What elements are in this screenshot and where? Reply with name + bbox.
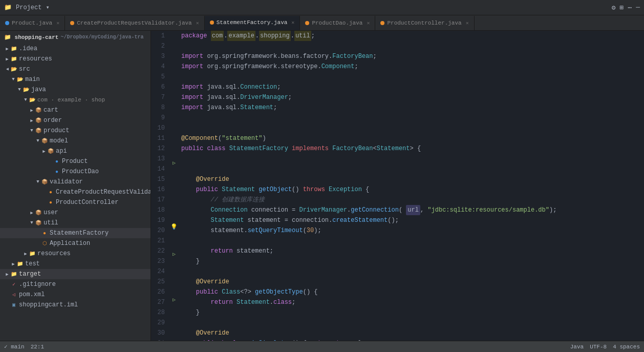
tab-product-dao[interactable]: ProductDao.java ✕: [300, 16, 375, 30]
title-project-label[interactable]: Project: [16, 4, 41, 11]
sidebar-item-create-validator[interactable]: ● CreateProductRequestValida...: [0, 187, 151, 197]
sidebar-label-gitignore: .gitignore: [19, 281, 56, 288]
sidebar-item-api[interactable]: ▶ 📦 api: [0, 146, 151, 156]
line-numbers: 1 2 3 4 5 6 7 8 9 10 11 12 13 14 15 16 1…: [151, 31, 169, 341]
tree-arrow-resources-src: ▶: [23, 251, 29, 257]
sidebar-label-resources-root: resources: [19, 55, 52, 63]
sidebar-item-order[interactable]: ▶ 📦 order: [0, 115, 151, 126]
status-encoding: UTF-8: [590, 344, 607, 350]
tab-close-button[interactable]: ✕: [196, 20, 199, 26]
gutter-11: [169, 122, 179, 131]
code-line-1: package com.example.shopping.util;: [179, 31, 644, 41]
sidebar-item-java[interactable]: ▼ 📂 java: [0, 85, 151, 95]
sidebar-item-product[interactable]: ▼ 📦 product: [0, 126, 151, 136]
sidebar-label-test: test: [25, 260, 40, 267]
gutter-15[interactable]: ▷: [169, 158, 179, 168]
title-dropdown-icon[interactable]: ▾: [46, 4, 49, 11]
status-indent: 4 spaces: [613, 344, 640, 350]
bookmark-icon: ▷: [173, 160, 176, 166]
git-icon: ✓: [10, 281, 17, 288]
sidebar-item-validator[interactable]: ▼ 📦 validator: [0, 177, 151, 187]
sidebar-label-user: user: [44, 209, 58, 216]
sidebar-item-productdao-class[interactable]: ● ProductDao: [0, 167, 151, 177]
tab-close-button[interactable]: ✕: [291, 19, 294, 26]
sidebar-item-src[interactable]: ▼ 📂 src: [0, 64, 151, 74]
tree-arrow-cart: ▶: [29, 108, 35, 113]
code-line-9: [179, 113, 644, 123]
gutter-23: [169, 232, 179, 241]
sidebar-label-cart: cart: [44, 107, 58, 114]
sidebar-item-product-class[interactable]: ● Product: [0, 156, 151, 167]
layout-icon[interactable]: ⊞: [620, 4, 624, 12]
tab-dot: [210, 20, 214, 25]
folder-icon: 📁: [10, 55, 17, 63]
sidebar-label-idea: .idea: [19, 45, 37, 52]
sidebar-item-resources-src[interactable]: ▶ 📁 resources: [0, 249, 151, 259]
code-area[interactable]: package com.example.shopping.util; impor…: [179, 31, 644, 341]
class-icon: ●: [47, 199, 54, 206]
folder-icon: 📂: [29, 96, 36, 103]
sidebar-item-gitignore[interactable]: ✓ .gitignore: [0, 279, 151, 289]
sidebar-label-create-validator: CreateProductRequestValida...: [56, 189, 151, 196]
sidebar-item-cart[interactable]: ▶ 📦 cart: [0, 105, 151, 115]
tab-label: ProductDao.java: [312, 20, 362, 26]
gutter-30[interactable]: ▷: [169, 295, 179, 304]
gutter-4: [169, 58, 179, 67]
sidebar-item-product-controller[interactable]: ● ProductController: [0, 197, 151, 208]
gutter-16: [169, 168, 179, 177]
gutter-8: [169, 95, 179, 104]
folder-blue-icon: 📂: [23, 86, 30, 93]
iml-icon: ▣: [10, 301, 17, 308]
tab-statement-factory[interactable]: StatementFactory.java ✕: [205, 16, 300, 30]
tab-product-java[interactable]: Product.java ✕: [0, 16, 65, 30]
tree-arrow-product: ▼: [29, 128, 35, 133]
sidebar-item-application[interactable]: ⬡ Application: [0, 238, 151, 249]
tree-arrow-src: ▼: [5, 66, 10, 72]
sidebar-item-util[interactable]: ▼ 📦 util: [0, 218, 151, 228]
tab-close-button[interactable]: ✕: [367, 20, 370, 26]
code-line-15: @Override: [179, 174, 644, 184]
minimize-button[interactable]: ─: [636, 4, 640, 11]
bulb-icon: 💡: [170, 223, 178, 230]
sidebar-item-statement-factory[interactable]: ● StatementFactory: [0, 228, 151, 238]
tab-create-validator[interactable]: CreateProductRequestValidator.java ✕: [65, 16, 204, 30]
tree-arrow-java: ▼: [16, 87, 23, 92]
code-line-19: Statement statement = connection.createS…: [179, 215, 644, 225]
sidebar-item-test[interactable]: ▶ 📁 test: [0, 259, 151, 269]
sidebar-item-model[interactable]: ▼ 📦 model: [0, 136, 151, 146]
tabs-bar: Product.java ✕ CreateProductRequestValid…: [0, 15, 644, 31]
sidebar-label-main: main: [25, 76, 40, 83]
tab-close-button[interactable]: ✕: [56, 20, 59, 26]
sidebar-item-target[interactable]: ▶ 📁 target: [0, 269, 151, 279]
sidebar-item-main[interactable]: ▼ 📂 main: [0, 74, 151, 85]
code-line-8: import java.sql.Statement;: [179, 102, 644, 113]
code-line-7: import java.sql.DriverManager;: [179, 92, 644, 102]
sidebar-project-path: ~/Dropbox/myCoding/java-tra: [60, 34, 143, 40]
status-lang: Java: [570, 344, 584, 350]
tab-product-controller[interactable]: ProductController.java ✕: [375, 16, 474, 30]
tree-arrow-pkg: ▼: [23, 97, 29, 102]
sidebar-item-resources-root[interactable]: ▶ 📁 resources: [0, 54, 151, 64]
sidebar-item-idea[interactable]: ▶ 📁 .idea: [0, 44, 151, 54]
more-icon[interactable]: ⋯: [628, 4, 632, 12]
gutter-33: [169, 323, 179, 332]
sidebar-item-pkg[interactable]: ▼ 📂 com · example · shop: [0, 95, 151, 105]
code-line-6: import java.sql.Connection;: [179, 82, 644, 92]
sidebar-item-iml[interactable]: ▣ shoppingcart.iml: [0, 300, 151, 310]
tab-close-button[interactable]: ✕: [466, 20, 469, 26]
gutter-5: [169, 67, 179, 76]
app-icon: ⬡: [41, 240, 48, 247]
gutter-24: [169, 240, 179, 250]
sidebar-label-order: order: [44, 117, 62, 124]
gutter-20: [169, 204, 179, 213]
tree-arrow-util: ▼: [29, 220, 35, 225]
sidebar-item-pom-xml[interactable]: ◁ pom.xml: [0, 289, 151, 300]
gutter-7: [169, 86, 179, 95]
gutter-22[interactable]: 💡: [169, 222, 179, 232]
code-line-4: import org.springframework.stereotype.Co…: [179, 61, 644, 72]
gutter-25[interactable]: ▷: [169, 250, 179, 259]
sidebar-item-user[interactable]: ▶ 📦 user: [0, 208, 151, 218]
sidebar-label-validator: validator: [50, 178, 83, 185]
settings-icon[interactable]: ⚙: [612, 4, 616, 12]
gutter-28: [169, 277, 179, 286]
